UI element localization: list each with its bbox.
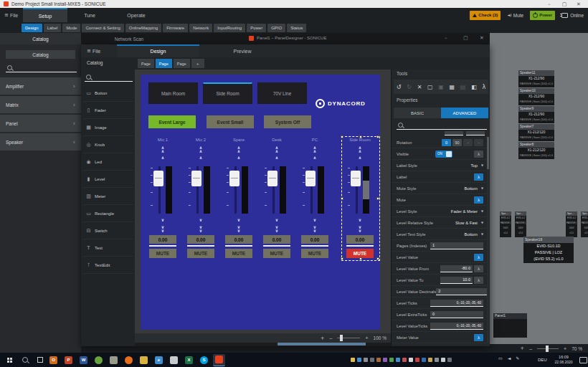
level-value-display[interactable]: 0.00	[225, 235, 252, 244]
nudge-up-button[interactable]: ∧	[146, 156, 179, 159]
sidebar-search-input[interactable]	[6, 63, 77, 72]
tray-icon-16[interactable]	[447, 358, 452, 362]
online-button[interactable]: Online	[561, 13, 584, 18]
nudge-down-fast-button[interactable]: ∨∨	[222, 225, 255, 232]
catalog-item-fader[interactable]: ▯Fader	[83, 102, 133, 119]
close-button[interactable]: ✕	[573, 1, 584, 7]
chevron-down-icon[interactable]: ▼	[481, 232, 483, 236]
speaker-block-speaker11[interactable]: Speaker11X1-212/90PASSIVE | flown (100) …	[518, 70, 554, 87]
ribbon-tab-onlinemapping[interactable]: OnlineMapping	[125, 24, 161, 32]
scene-button-event-large[interactable]: Event Large	[148, 115, 196, 128]
tray-icon-5[interactable]	[376, 358, 381, 362]
nudge-down-button[interactable]: ∨	[146, 218, 179, 221]
fader-handle[interactable]	[229, 171, 240, 186]
tray-icon-4[interactable]	[370, 358, 374, 362]
lambda-function-button[interactable]: λ	[474, 254, 483, 261]
nudge-up-fast-button[interactable]: ∧∧	[222, 146, 255, 153]
level-value-display[interactable]: 0.00	[187, 235, 214, 244]
paneldesigner-close[interactable]: ✕	[480, 35, 484, 41]
ribbon-tab-power[interactable]: Power	[247, 24, 266, 32]
chevron-down-icon[interactable]: ▼	[481, 186, 483, 190]
tray-icon-12[interactable]	[422, 358, 426, 362]
zoom-out-button[interactable]: –	[529, 346, 532, 351]
minimize-button[interactable]: –	[544, 1, 555, 7]
nudge-up-fast-button[interactable]: ∧∧	[146, 146, 179, 153]
main-tab-tune[interactable]: Tune	[67, 8, 112, 22]
level-value-display[interactable]: 0.00	[263, 235, 290, 244]
selection-handle[interactable]	[359, 135, 362, 138]
nudge-up-button[interactable]: ∧	[260, 156, 293, 159]
add-page-button[interactable]: +	[191, 59, 204, 68]
zoom-fit-icon[interactable]: +	[520, 345, 524, 351]
file-menu[interactable]: ≡ File	[4, 8, 18, 22]
nudge-down-fast-button[interactable]: ∨∨	[260, 225, 293, 232]
fader-handle[interactable]	[191, 171, 201, 186]
selection-handle[interactable]	[359, 257, 362, 260]
small-speaker-block[interactable]: Spe…EVID-4.2PASSIVE |100Vv1.0	[581, 211, 588, 237]
undo-icon[interactable]: ↺	[397, 84, 402, 90]
ribbon-tab-design[interactable]: Design	[22, 24, 42, 32]
tray-icon-6[interactable]	[383, 358, 387, 362]
taskbar-search-button[interactable]	[19, 354, 32, 366]
sidebar-item-matrix[interactable]: Matrix›	[0, 96, 81, 113]
taskbar-app-file-explorer[interactable]	[138, 354, 150, 366]
zoom-in-button[interactable]: +	[564, 346, 566, 351]
page-tab-1[interactable]: Page	[138, 59, 154, 68]
canvas-hscrollbar-thumb[interactable]	[278, 343, 366, 345]
small-speaker-block[interactable]: Spe…EVID-4.2PASSIVE |100Vv1.0	[515, 211, 526, 237]
ribbon-tab-mode[interactable]: Mode	[62, 24, 80, 32]
lambda-function-button[interactable]: λ	[474, 334, 483, 341]
check-button[interactable]: Check (3)	[470, 11, 501, 20]
panel-page[interactable]: DYNACORD Main RoomSide Room70V LineEvent…	[141, 75, 380, 330]
property-input[interactable]: -80.0	[440, 265, 473, 272]
room-button-70v-line[interactable]: 70V Line	[257, 82, 307, 104]
selection-handle[interactable]	[341, 197, 343, 200]
fader-handle[interactable]	[153, 171, 163, 186]
catalog-item-knob[interactable]: ◎Knob	[83, 136, 133, 153]
speaker-block-speaker9[interactable]: Speaker9X1-212/90PASSIVE | flown (100) v…	[518, 106, 554, 123]
taskbar-app-firefox[interactable]	[123, 354, 135, 366]
tray-icon-15[interactable]	[441, 358, 445, 362]
speaker-block-speaker7[interactable]: Speaker7X1-212/120PASSIVE | flown (200) …	[518, 124, 554, 141]
main-tab-setup[interactable]: Setup	[23, 8, 67, 22]
page-tab-2[interactable]: Page	[156, 59, 172, 68]
designer-tab-preview[interactable]: Preview	[210, 44, 275, 57]
zoom-slider-thumb[interactable]	[340, 335, 343, 341]
page-tab-3[interactable]: Page	[174, 59, 190, 68]
catalog-item-button[interactable]: ▭Button	[83, 85, 133, 102]
level-value-display[interactable]: 0.00	[301, 235, 328, 244]
taskbar-clock[interactable]: 16:09 22.08.2020	[551, 355, 577, 365]
notification-center-icon[interactable]	[579, 357, 587, 363]
taskbar-app-calculator[interactable]	[168, 354, 180, 366]
power-button[interactable]: Power	[530, 11, 555, 20]
zoom-slider-thumb[interactable]	[546, 345, 549, 352]
catalog-search-input[interactable]	[85, 73, 133, 82]
panel-block[interactable]: Panel1	[493, 313, 527, 338]
dropdown-value[interactable]: Bottom	[465, 186, 478, 191]
nudge-down-button[interactable]: ∨	[222, 218, 255, 221]
fader-handle[interactable]	[305, 171, 316, 186]
zoom-fit-icon[interactable]: +	[321, 335, 325, 341]
fader-handle[interactable]	[267, 171, 278, 186]
chevron-down-icon[interactable]: ▼	[481, 163, 483, 167]
nudge-up-button[interactable]: ∧	[222, 156, 255, 159]
tray-icon-7[interactable]	[389, 358, 394, 362]
comment-icon[interactable]: ▢	[427, 84, 433, 90]
taskbar-app-excel[interactable]: X	[183, 354, 195, 366]
taskbar-app-sonicue[interactable]	[213, 354, 225, 366]
tray-icon-13[interactable]	[428, 358, 432, 362]
dock-tab-catalog[interactable]: Catalog	[0, 33, 81, 44]
tray-icon-1[interactable]	[351, 358, 355, 362]
taskbar-app-internet-explorer[interactable]: e	[153, 354, 165, 366]
lambda-function-button[interactable]: λ	[474, 173, 483, 181]
ribbon-tab-network[interactable]: Network	[189, 24, 212, 32]
nudge-down-button[interactable]: ∨	[298, 218, 331, 221]
catalog-item-rectangle[interactable]: ▭Rectangle	[83, 205, 133, 222]
designer-file-menu[interactable]: ≡ File	[87, 44, 100, 57]
catalog-item-level[interactable]: ▮Level	[83, 171, 133, 188]
rotation-option-3[interactable]: –	[474, 139, 483, 146]
catalog-item-led[interactable]: ◉Led	[83, 153, 133, 171]
property-input[interactable]: 1	[430, 242, 483, 249]
rotation-option-2[interactable]: –	[463, 139, 473, 146]
nudge-down-fast-button[interactable]: ∨∨	[146, 225, 179, 232]
